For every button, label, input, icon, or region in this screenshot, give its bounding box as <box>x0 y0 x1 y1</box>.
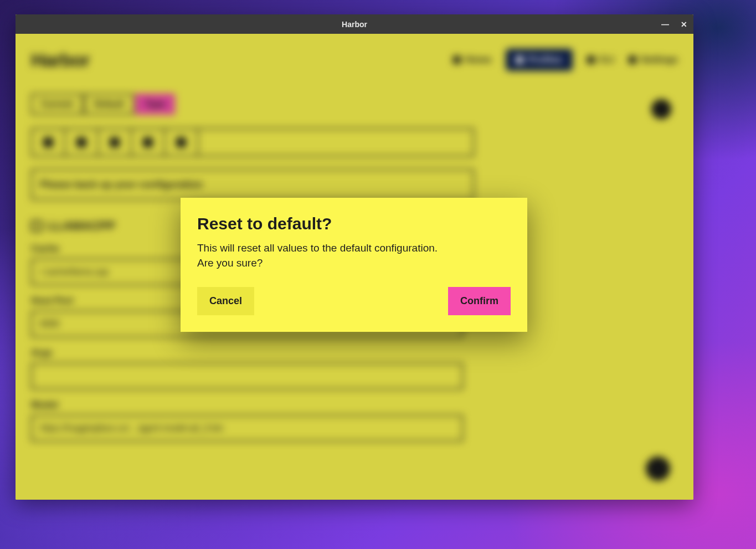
dialog-buttons: Cancel Confirm <box>197 287 511 315</box>
reset-dialog: Reset to default? This will reset all va… <box>181 198 527 332</box>
minimize-button[interactable]: — <box>656 14 675 34</box>
close-icon: ✕ <box>681 20 687 29</box>
window-controls: — ✕ <box>656 14 693 34</box>
window-title: Harbor <box>342 20 367 29</box>
app-window: Harbor — ✕ Harbor Home Profiles CLI <box>16 14 693 500</box>
dialog-body: This will reset all values to the defaul… <box>197 241 511 270</box>
dialog-body-line2: Are you sure? <box>197 257 263 269</box>
cancel-button[interactable]: Cancel <box>197 287 254 315</box>
dialog-body-line1: This will reset all values to the defaul… <box>197 242 438 254</box>
titlebar: Harbor — ✕ <box>16 14 693 34</box>
close-button[interactable]: ✕ <box>675 14 693 34</box>
confirm-button[interactable]: Confirm <box>448 287 511 315</box>
desktop-background: Harbor — ✕ Harbor Home Profiles CLI <box>0 0 756 549</box>
minimize-icon: — <box>661 20 669 29</box>
dialog-title: Reset to default? <box>197 214 511 233</box>
app-body: Harbor Home Profiles CLI Settings Curren… <box>16 34 693 500</box>
